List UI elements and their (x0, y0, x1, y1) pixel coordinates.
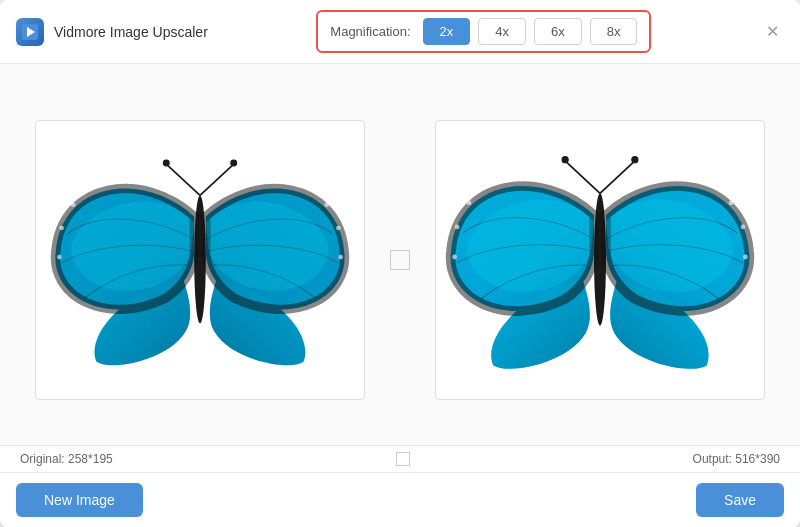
close-button[interactable]: ✕ (760, 20, 784, 44)
svg-point-6 (230, 159, 237, 166)
footer: New Image Save (0, 472, 800, 527)
svg-point-10 (324, 202, 329, 207)
svg-point-12 (338, 254, 343, 259)
svg-point-22 (741, 224, 746, 229)
output-dimensions: Output: 516*390 (693, 452, 780, 466)
image-area (0, 64, 800, 445)
compare-toggle-checkbox[interactable] (396, 452, 410, 466)
svg-line-4 (200, 164, 234, 195)
output-butterfly-svg (445, 125, 755, 395)
svg-point-23 (743, 254, 748, 259)
app-title: Vidmore Image Upscaler (54, 24, 208, 40)
svg-point-18 (467, 200, 472, 205)
info-bar: Original: 258*195 Output: 516*390 (0, 445, 800, 472)
output-image-panel (420, 84, 780, 435)
compare-checkbox[interactable] (390, 250, 410, 270)
svg-point-11 (336, 225, 341, 230)
new-image-button[interactable]: New Image (16, 483, 143, 517)
original-image-panel (20, 84, 380, 435)
save-button[interactable]: Save (696, 483, 784, 517)
svg-line-3 (166, 164, 200, 195)
app-icon (16, 18, 44, 46)
magnification-section: Magnification: 2x 4x 6x 8x (316, 10, 651, 53)
svg-line-15 (600, 160, 635, 192)
output-image-container (435, 120, 765, 400)
main-window: Vidmore Image Upscaler Magnification: 2x… (0, 0, 800, 527)
original-butterfly-svg (50, 130, 350, 390)
svg-point-7 (71, 202, 76, 207)
original-dimensions: Original: 258*195 (20, 452, 113, 466)
svg-point-21 (729, 200, 734, 205)
svg-point-9 (57, 254, 62, 259)
svg-point-16 (562, 156, 569, 163)
mag-btn-6x[interactable]: 6x (534, 18, 582, 45)
mag-btn-8x[interactable]: 8x (590, 18, 638, 45)
mag-btn-2x[interactable]: 2x (423, 18, 471, 45)
magnification-label: Magnification: (330, 24, 410, 39)
title-left: Vidmore Image Upscaler (16, 18, 208, 46)
svg-point-8 (59, 225, 64, 230)
mag-btn-4x[interactable]: 4x (478, 18, 526, 45)
original-image-container (35, 120, 365, 400)
svg-point-20 (452, 254, 457, 259)
svg-point-19 (455, 224, 460, 229)
svg-point-17 (631, 156, 638, 163)
svg-line-14 (565, 160, 600, 192)
svg-point-5 (163, 159, 170, 166)
title-bar: Vidmore Image Upscaler Magnification: 2x… (0, 0, 800, 64)
